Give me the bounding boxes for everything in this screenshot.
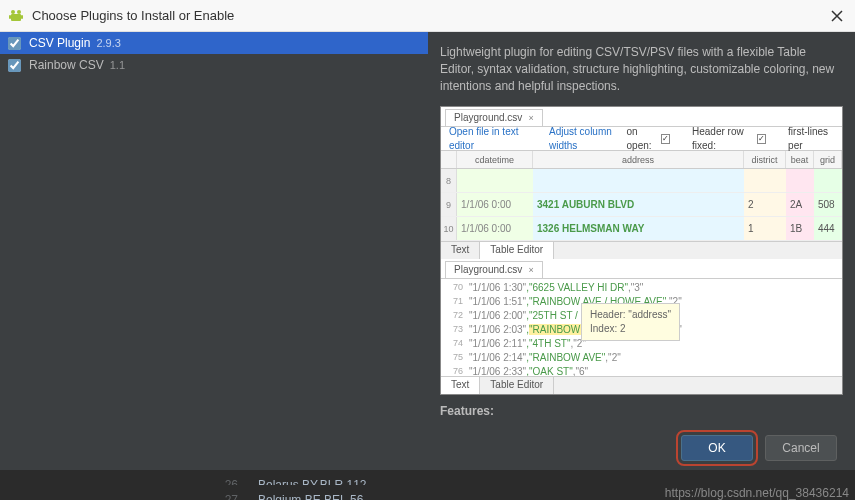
plugin-checkbox[interactable]	[8, 59, 21, 72]
file-tab-label: Playground.csv	[454, 111, 522, 125]
col-grid[interactable]: grid	[814, 151, 842, 168]
preview-bottom: Playground.csv × 70"1/1/06 1:30","6625 V…	[441, 259, 842, 394]
plugin-description: Lightweight plugin for editing CSV/TSV/P…	[440, 44, 843, 94]
preview-top: Playground.csv × Open file in text edito…	[441, 107, 842, 259]
cell[interactable]: 2	[744, 193, 786, 216]
header-fixed-checkbox[interactable]: ✓	[757, 134, 766, 144]
column-tooltip: Header: "address" Index: 2	[581, 303, 680, 341]
cell[interactable]: 1	[744, 217, 786, 240]
tab-text[interactable]: Text	[441, 242, 480, 259]
col-address[interactable]: address	[533, 151, 744, 168]
file-tab[interactable]: Playground.csv ×	[445, 261, 543, 278]
table-header: cdatetime address district beat grid	[441, 151, 842, 169]
view-tabs: Text Table Editor	[441, 241, 842, 259]
cell[interactable]: 1B	[786, 217, 814, 240]
table-row[interactable]: 10 1/1/06 0:00 1326 HELMSMAN WAY 1 1B 44…	[441, 217, 842, 241]
dialog-title: Choose Plugins to Install or Enable	[32, 8, 823, 23]
tab-text[interactable]: Text	[441, 377, 480, 394]
cell[interactable]: 3421 AUBURN BLVD	[533, 193, 744, 216]
cell[interactable]: 2A	[786, 193, 814, 216]
view-tabs: Text Table Editor	[441, 376, 842, 394]
dialog-content: CSV Plugin 2.9.3 Rainbow CSV 1.1 Lightwe…	[0, 32, 855, 426]
plugin-version: 1.1	[110, 59, 125, 71]
plugin-item-rainbow[interactable]: Rainbow CSV 1.1	[0, 54, 428, 76]
table-row[interactable]: 9 1/1/06 0:00 3421 AUBURN BLVD 2 2A 508	[441, 193, 842, 217]
plugin-details: Lightweight plugin for editing CSV/TSV/P…	[428, 32, 855, 426]
cell[interactable]: 444	[814, 217, 842, 240]
col-datetime[interactable]: cdatetime	[457, 151, 533, 168]
plugin-version: 2.9.3	[96, 37, 120, 49]
cell[interactable]	[533, 169, 744, 192]
cancel-button[interactable]: Cancel	[765, 435, 837, 461]
cell[interactable]	[744, 169, 786, 192]
col-district[interactable]: district	[744, 151, 786, 168]
close-icon[interactable]	[823, 2, 851, 30]
cell[interactable]	[786, 169, 814, 192]
preview-area: Playground.csv × Open file in text edito…	[440, 106, 843, 395]
cell[interactable]: 1326 HELMSMAN WAY	[533, 217, 744, 240]
adjust-widths-link[interactable]: Adjust column widths	[549, 125, 623, 153]
open-in-editor-link[interactable]: Open file in text editor	[449, 125, 527, 153]
watermark: https://blog.csdn.net/qq_38436214	[665, 486, 849, 500]
cell[interactable]	[814, 169, 842, 192]
svg-rect-0	[11, 14, 21, 21]
plugin-name: Rainbow CSV	[29, 58, 104, 72]
cell[interactable]: 508	[814, 193, 842, 216]
svg-rect-3	[9, 15, 11, 19]
plugin-item-csv[interactable]: CSV Plugin 2.9.3	[0, 32, 428, 54]
plugin-list: CSV Plugin 2.9.3 Rainbow CSV 1.1	[0, 32, 428, 426]
plugin-dialog: Choose Plugins to Install or Enable CSV …	[0, 0, 855, 470]
file-tab-label: Playground.csv	[454, 263, 522, 277]
tab-table-editor[interactable]: Table Editor	[480, 242, 554, 259]
on-open-checkbox[interactable]: ✓	[661, 134, 670, 144]
svg-rect-4	[21, 15, 23, 19]
plugin-checkbox[interactable]	[8, 37, 21, 50]
close-icon[interactable]: ×	[528, 264, 533, 277]
cell[interactable]: 1/1/06 0:00	[457, 193, 533, 216]
cell[interactable]: 1/1/06 0:00	[457, 217, 533, 240]
line-number: 27	[0, 493, 258, 500]
svg-point-1	[11, 10, 15, 14]
features-label: Features:	[440, 395, 843, 426]
header-fixed-label: Header row fixed:	[692, 125, 753, 153]
close-icon[interactable]: ×	[528, 112, 533, 125]
svg-point-2	[17, 10, 21, 14]
tab-table-editor[interactable]: Table Editor	[480, 377, 554, 394]
gutter	[441, 151, 457, 168]
tooltip-index: Index: 2	[590, 322, 671, 336]
adjust-widths-option: Adjust column widths on open: ✓	[549, 125, 670, 153]
cell[interactable]	[457, 169, 533, 192]
row-number: 9	[441, 193, 457, 216]
header-fixed-option: Header row fixed: ✓	[692, 125, 766, 153]
preview-file-tab-bar: Playground.csv ×	[441, 259, 842, 279]
row-number: 8	[441, 169, 457, 192]
file-tab[interactable]: Playground.csv ×	[445, 109, 543, 126]
table-row[interactable]: 8	[441, 169, 842, 193]
code-line: 75"1/1/06 2:14","RAINBOW AVE","2"	[441, 351, 842, 365]
android-icon	[8, 8, 24, 24]
col-beat[interactable]: beat	[786, 151, 814, 168]
on-open-label: on open:	[627, 125, 657, 153]
preview-toolbar: Open file in text editor Adjust column w…	[441, 127, 842, 151]
titlebar: Choose Plugins to Install or Enable	[0, 0, 855, 32]
first-lines-label: first-lines per	[788, 125, 834, 153]
code-line: 70"1/1/06 1:30","6625 VALLEY HI DR","3"	[441, 281, 842, 295]
table-body: 8 9 1/1/06 0:00 3421 AUBURN BLVD 2	[441, 169, 842, 241]
code-text: Belgium,BE,BEL,56	[258, 493, 363, 500]
ok-button[interactable]: OK	[681, 435, 753, 461]
plugin-name: CSV Plugin	[29, 36, 90, 50]
button-bar: OK Cancel	[0, 426, 855, 470]
tooltip-header: Header: "address"	[590, 308, 671, 322]
row-number: 10	[441, 217, 457, 240]
